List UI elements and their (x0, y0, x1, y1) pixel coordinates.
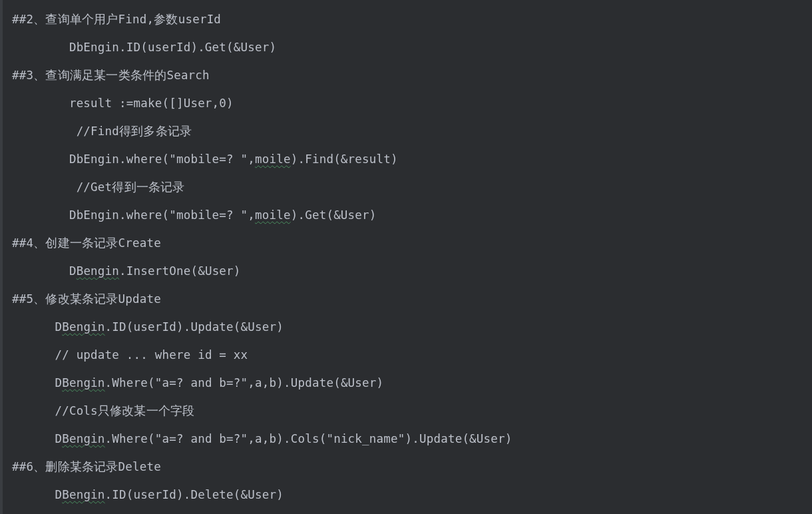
code-line: ##4、创建一条记录Create (12, 229, 812, 257)
code-line: //Find得到多条记录 (12, 117, 812, 145)
code-line: ##5、修改某条记录Update (12, 285, 812, 313)
code-line: result :=make([]User,0) (12, 89, 812, 117)
code-line: // update ... where id = xx (12, 341, 812, 369)
code-line: DbEngin.where("mobile=? ",moile).Find(&r… (12, 145, 812, 173)
typo-underline: moile (255, 208, 291, 222)
typo-underline: moile (255, 152, 291, 166)
code-line: DBengin.Where("a=? and b=?",a,b).Cols("n… (12, 425, 812, 453)
typo-underline: Bengin (62, 376, 104, 389)
code-line: DbEngin.where("mobile=? ",moile).Get(&Us… (12, 201, 812, 229)
typo-underline: Bengin (77, 264, 119, 278)
typo-underline: Bengin (62, 432, 104, 445)
code-line: DBengin.Where("a=? and b=?",a,b).Update(… (12, 369, 812, 397)
code-line: //Cols只修改某一个字段 (12, 397, 812, 425)
code-line: ##2、查询单个用户Find,参数userId (12, 5, 812, 33)
code-line: DBengin.ID(userId).Delete(&User) (12, 481, 812, 509)
code-line: DBengin.InsertOne(&User) (12, 257, 812, 285)
typo-underline: Bengin (62, 320, 104, 334)
code-line: //Get得到一条记录 (12, 173, 812, 201)
code-line: ##6、删除某条记录Delete (12, 453, 812, 481)
code-line: ##3、查询满足某一类条件的Search (12, 61, 812, 89)
code-line: DBengin.ID(userId).Update(&User) (12, 313, 812, 341)
typo-underline: Bengin (62, 488, 104, 501)
code-line: DbEngin.ID(userId).Get(&User) (12, 33, 812, 61)
code-editor[interactable]: ##2、查询单个用户Find,参数userId DbEngin.ID(userI… (0, 0, 812, 514)
